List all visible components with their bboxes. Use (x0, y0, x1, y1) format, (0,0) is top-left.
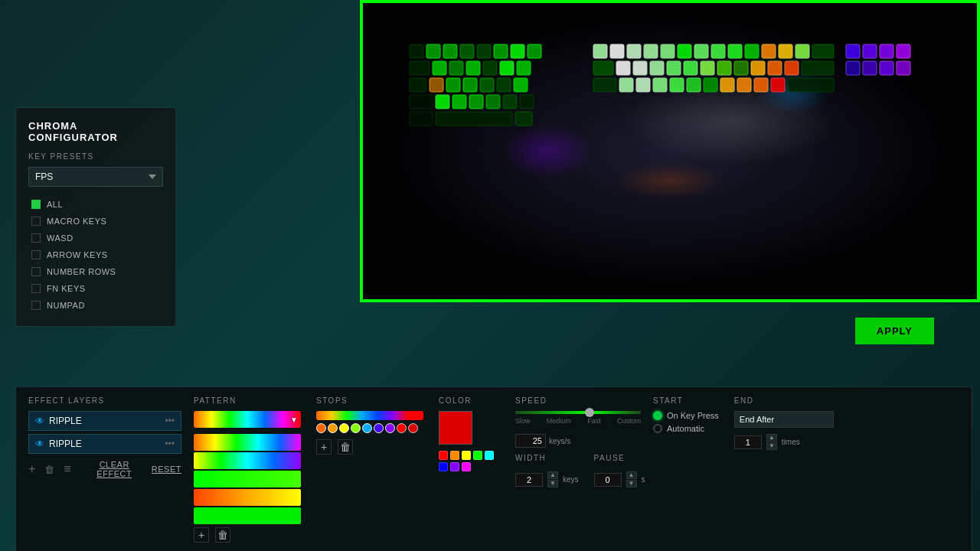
svg-rect-58 (802, 61, 834, 75)
key-item-numpad[interactable]: NUMPAD (28, 297, 163, 314)
svg-rect-43 (779, 44, 792, 58)
key-item-number[interactable]: NUMBER ROWS (28, 263, 163, 280)
svg-rect-4 (477, 44, 491, 58)
palette-green[interactable] (473, 451, 482, 460)
stop-marker-5[interactable] (374, 423, 384, 433)
svg-rect-14 (517, 61, 531, 75)
start-end-row: START On Key Press Automatic END End Af (653, 396, 959, 450)
svg-rect-7 (528, 44, 541, 58)
add-stop-button[interactable]: + (316, 439, 332, 455)
stop-marker-7[interactable] (397, 423, 407, 433)
pattern-swatch-0[interactable] (194, 434, 301, 451)
speed-value-input[interactable] (515, 434, 546, 448)
add-pattern-button[interactable]: + (194, 527, 209, 543)
pattern-select-wrap: ▼ (194, 411, 304, 428)
times-input[interactable] (734, 435, 762, 449)
palette-purple[interactable] (450, 462, 459, 471)
svg-rect-61 (636, 78, 650, 92)
pause-input[interactable] (594, 473, 622, 487)
layer-menu-btn-0[interactable]: ••• (165, 416, 175, 426)
left-panel: CHROMA CONFIGURATOR KEY PRESETS FPS MOBA… (15, 107, 176, 327)
key-checkbox-wasd (31, 233, 41, 243)
start-radio-group: On Key Press Automatic (653, 411, 719, 433)
effect-layer-1[interactable]: 👁 RIPPLE ••• (28, 434, 181, 454)
width-down-button[interactable]: ▼ (547, 480, 558, 487)
stop-marker-3[interactable] (351, 423, 361, 433)
preset-dropdown[interactable]: FPS MOBA MMO (28, 167, 163, 187)
stop-marker-0[interactable] (316, 423, 326, 433)
pattern-swatch-4[interactable] (194, 507, 301, 524)
times-row: ▲ ▼ times (734, 434, 834, 450)
end-col: END End After Loop Stop ▲ ▼ times (734, 396, 834, 450)
pause-col: PAUSE ▲ ▼ s (594, 454, 645, 487)
apply-button[interactable]: APPLY (855, 318, 934, 344)
effect-layers-section: EFFECT LAYERS 👁 RIPPLE ••• 👁 RIPPLE ••• … (28, 396, 181, 542)
svg-rect-12 (483, 61, 497, 75)
key-label-wasd: WASD (47, 233, 74, 243)
stop-marker-2[interactable] (339, 423, 349, 433)
end-select[interactable]: End After Loop Stop (734, 411, 834, 428)
key-item-arrow[interactable]: ARROW KEYS (28, 246, 163, 263)
svg-rect-18 (463, 78, 477, 92)
times-down-button[interactable]: ▼ (766, 442, 777, 450)
svg-rect-40 (728, 44, 742, 58)
stop-marker-8[interactable] (408, 423, 418, 433)
stop-marker-6[interactable] (385, 423, 395, 433)
start-radio-onkeypress[interactable]: On Key Press (653, 411, 719, 420)
key-item-wasd[interactable]: WASD (28, 230, 163, 246)
palette-pink[interactable] (462, 462, 471, 471)
pattern-bottom-actions: + 🗑 (194, 527, 304, 543)
color-swatch-main[interactable] (439, 411, 472, 445)
pattern-swatch-1[interactable] (194, 452, 301, 469)
key-checkbox-fn (31, 284, 41, 293)
reorder-layer-button[interactable]: ≡ (64, 462, 70, 476)
pause-spinners: ▲ ▼ (626, 471, 637, 487)
delete-stop-button[interactable]: 🗑 (338, 439, 353, 455)
delete-pattern-button[interactable]: 🗑 (215, 527, 230, 543)
add-layer-button[interactable]: + (28, 462, 35, 476)
svg-rect-10 (449, 61, 463, 75)
layer-menu-btn-1[interactable]: ••• (165, 439, 175, 449)
palette-blue[interactable] (439, 462, 448, 471)
svg-rect-67 (737, 78, 751, 92)
start-radio-automatic[interactable]: Automatic (653, 424, 719, 433)
svg-rect-33 (610, 44, 624, 58)
stop-marker-1[interactable] (328, 423, 338, 433)
svg-rect-66 (720, 78, 734, 92)
stop-marker-4[interactable] (362, 423, 372, 433)
width-unit: keys (563, 475, 579, 484)
svg-rect-47 (616, 61, 630, 75)
palette-red[interactable] (439, 451, 448, 460)
palette-cyan[interactable] (485, 451, 494, 460)
svg-rect-39 (711, 44, 725, 58)
pattern-gradient-select[interactable]: ▼ (194, 411, 301, 428)
pause-down-button[interactable]: ▼ (626, 480, 637, 487)
svg-rect-69 (771, 78, 785, 92)
clear-effect-button[interactable]: CLEAR EFFECT (87, 460, 142, 478)
svg-rect-51 (684, 61, 697, 75)
delete-layer-button[interactable]: 🗑 (44, 464, 54, 475)
palette-yellow[interactable] (462, 451, 471, 460)
key-item-all[interactable]: ALL (28, 196, 163, 213)
effect-layer-0[interactable]: 👁 RIPPLE ••• (28, 411, 181, 431)
key-item-fn[interactable]: FN KEYS (28, 280, 163, 297)
pause-up-button[interactable]: ▲ (626, 471, 637, 479)
speed-slider[interactable] (515, 411, 641, 414)
start-end-section: START On Key Press Automatic END End Af (641, 396, 959, 542)
stops-bar-wrap (316, 411, 426, 433)
pattern-swatch-2[interactable] (194, 471, 301, 487)
width-title: WIDTH (515, 454, 579, 462)
width-up-button[interactable]: ▲ (547, 471, 558, 479)
width-input[interactable] (515, 473, 543, 487)
key-label-number: NUMBER ROWS (47, 267, 116, 276)
key-item-macro[interactable]: MACRO KEYS (28, 213, 163, 230)
svg-rect-76 (880, 61, 893, 75)
keyboard-photo (363, 3, 977, 299)
svg-rect-1 (426, 44, 440, 58)
pause-input-row: ▲ ▼ s (594, 471, 645, 487)
palette-orange[interactable] (450, 451, 459, 460)
pattern-swatch-3[interactable] (194, 489, 301, 506)
svg-rect-28 (520, 95, 534, 109)
reset-button[interactable]: RESET (152, 465, 181, 474)
times-up-button[interactable]: ▲ (766, 434, 777, 442)
